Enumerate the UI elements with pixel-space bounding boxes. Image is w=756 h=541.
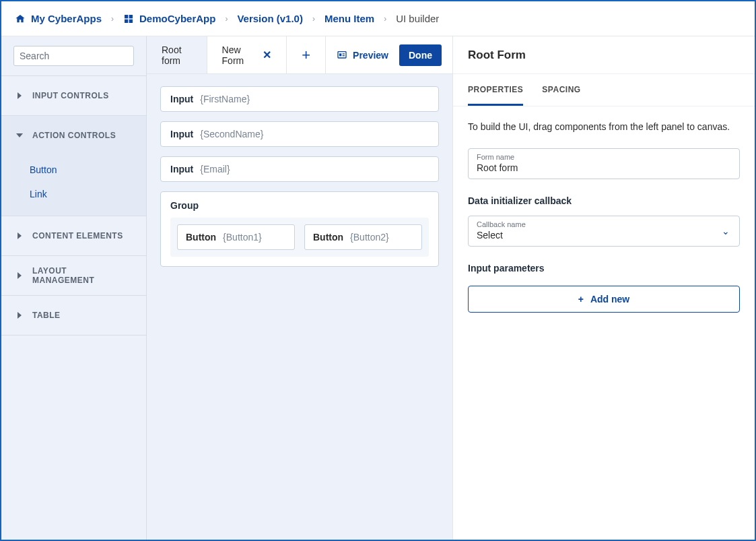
canvas-input-firstname[interactable]: Input {FirstName}	[160, 86, 439, 112]
tab-properties[interactable]: PROPERTIES	[468, 74, 523, 106]
breadcrumb-label: My CyberApps	[31, 13, 102, 24]
callback-field-value: Select	[477, 230, 731, 241]
sidebar-category-table: TABLE	[1, 295, 146, 336]
tab-label: Root form	[162, 44, 192, 66]
tab-new-form[interactable]: New Form ✕	[207, 36, 287, 73]
component-kind: Button	[186, 232, 216, 243]
sidebar-category-header[interactable]: CONTENT ELEMENTS	[1, 216, 146, 255]
breadcrumb-label: UI builder	[396, 13, 439, 24]
plus-icon: +	[302, 46, 310, 64]
form-name-field[interactable]: Form name Root form	[468, 148, 740, 179]
form-tabs: Root form New Form ✕ + Preview Done	[147, 36, 452, 74]
breadcrumb-demo-app[interactable]: DemoCyberApp	[123, 13, 215, 24]
svg-rect-1	[129, 15, 133, 18]
add-new-button[interactable]: + Add new	[468, 286, 740, 313]
canvas-input-email[interactable]: Input {Email}	[160, 156, 439, 182]
callback-section-label: Data initializer callback	[468, 195, 740, 206]
done-button[interactable]: Done	[399, 44, 442, 66]
chevron-right-icon	[16, 312, 23, 319]
canvas-group[interactable]: Group Button {Button1} Button {Button2}	[160, 191, 439, 267]
chevron-right-icon	[16, 232, 23, 239]
form-name-label: Form name	[477, 153, 731, 161]
group-title: Group	[170, 200, 429, 211]
sidebar-category-label: ACTION CONTROLS	[32, 131, 116, 140]
sidebar-category-action-controls: ACTION CONTROLS Button Link	[1, 115, 146, 216]
center-panel: Root form New Form ✕ + Preview Done Inpu…	[147, 36, 452, 540]
close-icon[interactable]: ✕	[263, 49, 271, 61]
chevron-right-icon: ›	[225, 14, 228, 24]
search-input-wrap[interactable]	[13, 46, 134, 66]
properties-tabs: PROPERTIES SPACING	[453, 74, 755, 106]
chevron-right-icon: ›	[111, 14, 114, 24]
form-name-value: Root form	[477, 162, 731, 173]
helper-text: To build the UI, drag components from th…	[468, 121, 740, 132]
breadcrumb-menu-item[interactable]: Menu Item	[324, 13, 374, 24]
sidebar-category-layout-management: LAYOUT MANAGEMENT	[1, 255, 146, 295]
svg-rect-4	[338, 51, 346, 57]
breadcrumb-label: DemoCyberApp	[139, 13, 215, 24]
chevron-down-icon: ⌄	[722, 226, 730, 236]
properties-title: Root Form	[453, 36, 755, 74]
sidebar-category-label: CONTENT ELEMENTS	[32, 231, 123, 241]
svg-rect-0	[125, 15, 128, 18]
tab-root-form[interactable]: Root form	[147, 36, 207, 73]
svg-rect-2	[125, 19, 128, 22]
sidebar-category-header[interactable]: LAYOUT MANAGEMENT	[1, 256, 146, 295]
svg-rect-7	[343, 55, 345, 56]
sidebar-category-label: LAYOUT MANAGEMENT	[32, 266, 131, 285]
svg-rect-6	[343, 53, 345, 54]
sidebar-item-link[interactable]: Link	[1, 182, 146, 206]
callback-field-label: Callback name	[477, 220, 731, 228]
component-kind: Input	[170, 129, 193, 139]
component-name: {Email}	[200, 164, 230, 174]
apps-icon	[123, 13, 134, 24]
component-kind: Input	[170, 94, 193, 104]
tab-label: New Form	[222, 44, 247, 66]
svg-rect-3	[129, 19, 133, 22]
search-input[interactable]	[20, 51, 137, 61]
svg-rect-5	[339, 53, 341, 56]
component-name: {Button1}	[223, 232, 262, 243]
breadcrumb-label: Version (v1.0)	[237, 13, 303, 24]
sidebar-category-label: INPUT CONTROLS	[32, 91, 109, 100]
component-kind: Input	[170, 164, 193, 174]
sidebar: INPUT CONTROLS ACTION CONTROLS Button Li…	[1, 36, 147, 540]
component-name: {FirstName}	[200, 94, 250, 104]
component-name: {Button2}	[350, 232, 389, 243]
chevron-right-icon	[16, 272, 23, 279]
chevron-right-icon: ›	[384, 14, 386, 24]
sidebar-item-button[interactable]: Button	[1, 158, 146, 182]
canvas-input-secondname[interactable]: Input {SecondName}	[160, 121, 439, 147]
add-new-label: Add new	[590, 294, 629, 305]
sidebar-category-content-elements: CONTENT ELEMENTS	[1, 216, 146, 255]
canvas[interactable]: Input {FirstName} Input {SecondName} Inp…	[147, 74, 452, 540]
chevron-right-icon: ›	[312, 14, 315, 24]
chevron-right-icon	[16, 92, 23, 99]
tab-add[interactable]: +	[287, 36, 326, 73]
preview-button[interactable]: Preview	[337, 50, 388, 61]
callback-select[interactable]: Callback name Select ⌄	[468, 216, 740, 247]
sidebar-category-header[interactable]: ACTION CONTROLS	[1, 116, 146, 155]
preview-label: Preview	[353, 50, 388, 61]
preview-icon	[337, 50, 347, 61]
tab-spacing[interactable]: SPACING	[542, 74, 580, 106]
sidebar-category-header[interactable]: INPUT CONTROLS	[1, 76, 146, 115]
component-kind: Button	[313, 232, 343, 243]
chevron-down-icon	[16, 132, 23, 139]
canvas-button-2[interactable]: Button {Button2}	[304, 224, 422, 250]
breadcrumb-version[interactable]: Version (v1.0)	[237, 13, 303, 24]
breadcrumb-label: Menu Item	[324, 13, 374, 24]
sidebar-category-label: TABLE	[32, 311, 61, 320]
plus-icon: +	[578, 294, 584, 305]
sidebar-category-input-controls: INPUT CONTROLS	[1, 75, 146, 115]
sidebar-category-header[interactable]: TABLE	[1, 296, 146, 335]
component-name: {SecondName}	[200, 129, 263, 139]
input-params-label: Input parameters	[468, 263, 740, 274]
breadcrumb-my-cyberapps[interactable]: My CyberApps	[15, 13, 102, 24]
properties-panel: Root Form PROPERTIES SPACING To build th…	[452, 36, 755, 540]
breadcrumb: My CyberApps › DemoCyberApp › Version (v…	[1, 1, 755, 36]
canvas-button-1[interactable]: Button {Button1}	[177, 224, 295, 250]
breadcrumb-current: UI builder	[396, 13, 439, 24]
home-icon	[15, 13, 26, 24]
